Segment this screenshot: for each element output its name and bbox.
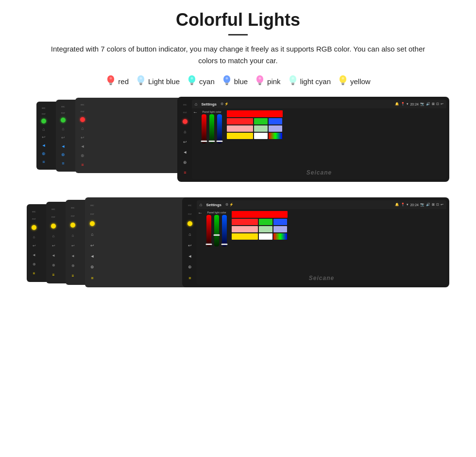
screen-bezel-top: ⌂ Settings ⚙ ⚡ 🔔 📍 ▾ 20:24 📷 [192, 100, 446, 179]
color-item-blue: blue [221, 74, 248, 88]
color-label-red: red [118, 77, 129, 86]
svg-rect-32 [341, 83, 344, 84]
svg-rect-22 [258, 83, 261, 84]
page-container: Colorful Lights Integrated with 7 colors… [0, 0, 476, 457]
color-label-pink: pink [267, 77, 281, 86]
color-list: red Light blue cyan [105, 74, 370, 88]
bsliders-row [206, 215, 227, 246]
unit-stack-bottom: MIC RST ⌂ ↩ ◄ ⊕ ≡ MIC RST [27, 197, 449, 299]
swatch-row-3 [227, 133, 283, 139]
device-row-bottom: MIC RST ⌂ ↩ ◄ ⊕ ≡ MIC RST [27, 197, 449, 299]
bleft-panel-2: MIC RST ⌂ ↩ ◄ ⊕ ≡ [68, 200, 77, 285]
settings-label: Settings [201, 102, 217, 106]
bulb-icon-cyan [187, 74, 197, 88]
svg-rect-2 [109, 83, 112, 84]
screen-body-top: ← Panel light color [192, 108, 446, 179]
svg-rect-33 [342, 84, 344, 85]
svg-rect-17 [225, 83, 228, 84]
seicane-watermark-top: Seicane [306, 169, 332, 176]
bindicator-yellow-main [187, 221, 192, 226]
time-display: 20:24 [410, 103, 419, 106]
bswatch-row-1 [232, 219, 288, 225]
bsliders-section: Panel light color [200, 211, 227, 282]
svg-rect-12 [190, 83, 193, 84]
swatch-full-red[interactable] [227, 110, 283, 117]
svg-point-19 [225, 77, 228, 80]
bslider-green[interactable] [214, 215, 219, 246]
back-arrow: ← [193, 109, 198, 115]
screen-topbar-bottom: ⌂ Settings ⚙ ⚡ 🔔 📍 ▾ 20:24 📷 [197, 200, 446, 209]
bulb-icon-pink [255, 74, 265, 88]
page-title: Colorful Lights [176, 10, 300, 30]
color-item-red: red [105, 74, 129, 88]
screen-content-bottom: ⌂ Settings ⚙ ⚡ 🔔 📍 ▾ 20:24 📷 [197, 200, 446, 284]
description-text: Integrated with 7 colors of button indic… [44, 43, 432, 67]
swatch-yellow-3[interactable] [227, 133, 253, 139]
svg-point-9 [139, 77, 142, 80]
swatch-rainbow-3[interactable] [269, 133, 282, 139]
color-label-lightcyan: light cyan [300, 77, 331, 86]
screen-content-top: ⌂ Settings ⚙ ⚡ 🔔 📍 ▾ 20:24 📷 [192, 100, 446, 179]
bsettings-label: Settings [206, 203, 221, 207]
slider-red[interactable] [202, 114, 206, 143]
bindicator-yellow-2 [70, 223, 75, 228]
bmain-left-panel: MIC RST ⌂ ↩ ◄ ⊕ ≡ [185, 197, 195, 287]
sliders-row [202, 114, 222, 143]
swatch-white-3[interactable] [254, 133, 268, 139]
svg-point-24 [259, 77, 261, 80]
svg-rect-7 [139, 83, 142, 84]
color-label-yellow: yellow [350, 77, 371, 86]
color-item-lightblue: Light blue [136, 74, 180, 88]
bulb-icon-lightblue [136, 74, 146, 88]
device-row-top: MIC RST ⌂ ↩ ◄ ⊕ ≡ MIC RST [27, 97, 449, 192]
bswatch-row-2 [232, 226, 288, 232]
swatch-pink-2[interactable] [227, 125, 253, 132]
bslider-red[interactable] [206, 215, 211, 246]
bindicator-yellow-4 [32, 225, 36, 230]
left-panel-3: MIC RST ⌂ ↩ ◄ ⊕ ≡ [39, 102, 48, 170]
svg-rect-27 [291, 83, 294, 84]
swatch-row-1 [227, 118, 283, 124]
bindicator-yellow-3 [51, 224, 56, 228]
bleft-panel-1: MIC RST ⌂ ↩ ◄ ⊕ ≡ [88, 197, 97, 287]
svg-point-29 [291, 77, 294, 80]
svg-rect-28 [291, 84, 294, 85]
left-panel-2: MIC RST ⌂ ↩ ◄ ⊕ ≡ [59, 100, 68, 172]
color-item-lightcyan: light cyan [288, 74, 331, 88]
svg-rect-13 [191, 84, 193, 85]
swatch-lightgreen-2[interactable] [254, 125, 268, 132]
bindicator-yellow-1 [90, 221, 95, 226]
home-icon: ⌂ [195, 102, 197, 106]
bswatches-section [232, 211, 288, 282]
bulb-icon-lightcyan [288, 74, 298, 88]
bslider-blue[interactable] [222, 215, 227, 246]
svg-rect-23 [259, 84, 261, 85]
svg-point-34 [342, 77, 344, 80]
bpanel-light-label: Panel light color [207, 211, 226, 214]
svg-rect-8 [139, 84, 142, 85]
swatch-red-1[interactable] [227, 118, 253, 124]
swatch-green-1[interactable] [254, 118, 268, 124]
bback-arrow: ← [198, 210, 203, 215]
panel-light-label: Panel light color [202, 110, 221, 113]
slider-green[interactable] [209, 114, 214, 143]
swatch-lightblue-2[interactable] [269, 125, 282, 132]
indicator-green-3 [41, 119, 46, 123]
svg-point-14 [191, 77, 193, 80]
indicator-red-1 [80, 117, 85, 122]
bulb-icon-red [105, 74, 116, 88]
screen-topbar-top: ⌂ Settings ⚙ ⚡ 🔔 📍 ▾ 20:24 📷 [192, 100, 446, 108]
color-label-lightblue: Light blue [148, 77, 180, 86]
color-item-pink: pink [255, 74, 281, 88]
bleft-panel-4: MIC RST ⌂ ↩ ◄ ⊕ ≡ [30, 204, 38, 282]
bleft-panel-3: MIC RST ⌂ ↩ ◄ ⊕ ≡ [49, 202, 58, 283]
seicane-watermark-bottom: Seicane [309, 275, 334, 281]
bulb-icon-blue [221, 74, 232, 88]
bulb-icon-yellow [338, 74, 348, 88]
bswatch-full-red[interactable] [232, 211, 288, 218]
sliders-section: Panel light color [195, 110, 222, 177]
slider-blue[interactable] [217, 114, 222, 143]
bswatch-row-3 [232, 233, 288, 240]
svg-point-4 [110, 77, 112, 80]
swatch-blue-1[interactable] [269, 118, 282, 124]
